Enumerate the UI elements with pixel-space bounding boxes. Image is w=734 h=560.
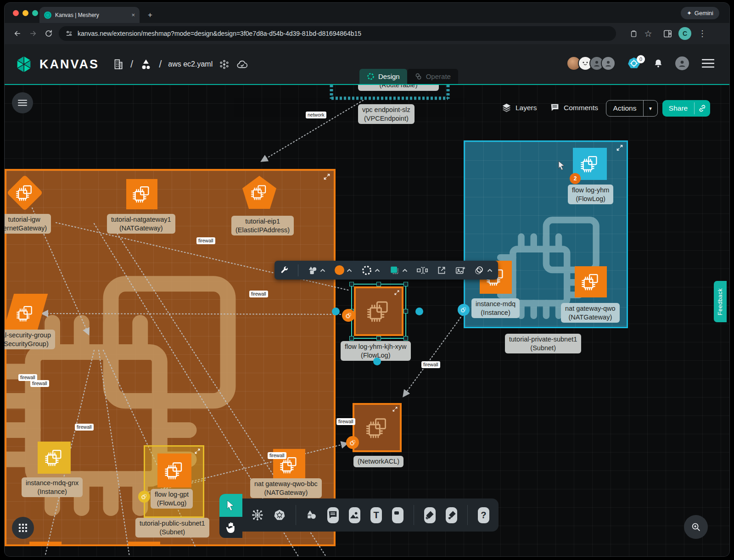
node-partial[interactable] [29,542,62,546]
workspace-icon[interactable] [140,58,152,71]
resize-handle[interactable] [349,282,354,286]
feedback-tab[interactable]: Feedback [714,281,727,322]
gemini-button[interactable]: ✦ Gemini [681,7,719,19]
save-icon[interactable] [628,28,639,39]
design-canvas[interactable]: (RouteTable) vpc endpoint-slz(VPCEndpoin… [5,85,729,556]
browser-menu-icon[interactable]: ⋮ [697,28,708,39]
rename-icon[interactable] [417,266,428,274]
browser-tab[interactable]: Kanvas | Meshery × [39,7,140,23]
private-subnet-badge[interactable] [458,304,470,316]
node-label-nat-gateway-qwo-bbc[interactable]: nat gateway-qwo-bbc(NATGateway) [250,478,322,498]
selected-node-badge[interactable] [342,309,355,322]
configure-wrench-icon[interactable] [280,266,289,274]
group-tool[interactable] [475,266,493,275]
node-label-instance-mdq-gnx[interactable]: instance-mdq-gnx(Instance) [22,477,83,497]
node-label-network-acl[interactable]: (NetworkACL) [353,456,403,467]
add-image-icon[interactable] [455,266,465,275]
design-file-name[interactable]: aws ec2.yaml [168,60,213,68]
flow-log-gpt-badge[interactable] [138,491,150,503]
address-bar[interactable]: kanvas.new/extension/meshmap?mode=design… [59,26,616,41]
border-style-tool[interactable] [361,265,380,276]
node-instance-mdq-gnx[interactable] [38,442,71,474]
collapse-node-icon[interactable] [195,448,200,454]
zoom-search-button[interactable] [684,515,708,539]
node-security-group[interactable] [8,294,42,333]
collaborator-avatar[interactable] [601,56,616,71]
node-label-private-subnet[interactable]: tutorial-private-subnet1(Subnet) [505,334,581,353]
connection-dot[interactable] [415,308,423,315]
comment-tool-icon[interactable] [327,507,339,523]
resize-handle[interactable] [403,282,408,286]
minimize-window-button[interactable] [22,10,28,16]
resize-handle[interactable] [403,336,408,341]
kubernetes-icon[interactable] [274,507,286,523]
resize-handle[interactable] [376,336,381,341]
close-window-button[interactable] [13,10,19,16]
bookmark-star-icon[interactable]: ☆ [643,28,654,39]
bell-icon[interactable] [653,58,663,69]
node-label-flow-log-yhm[interactable]: flow log-yhm(FlowLog) [568,185,613,204]
rectangle-tool-icon[interactable] [392,507,403,523]
node-partial[interactable] [128,542,160,546]
forward-icon[interactable] [28,28,39,39]
widgets-grid-button[interactable] [12,517,34,539]
color-picker-tool[interactable] [335,265,352,275]
provider-badge[interactable]: 0 [628,57,640,70]
help-button[interactable]: ? [478,507,489,523]
reload-icon[interactable] [43,28,54,39]
canvas-menu-button[interactable] [12,92,33,113]
header-menu-icon[interactable] [702,59,714,68]
actions-button[interactable]: Actions ▼ [606,100,658,117]
node-internet-gateway[interactable] [10,178,39,207]
resize-handle[interactable] [349,336,354,341]
resize-handle[interactable] [403,309,408,314]
text-tool-icon[interactable]: T [370,507,382,523]
node-label-natgateway1[interactable]: tutorial-natgateway1(NATGateway) [107,214,175,234]
select-tool[interactable] [219,494,242,517]
node-label-nat-gateway-qwo[interactable]: nat gateway-qwo(NATGateway) [561,303,620,323]
tab-close-icon[interactable]: × [131,11,135,18]
zoom-window-button[interactable] [32,10,38,16]
connection-dot[interactable] [373,358,381,365]
node-flow-log-gpt[interactable] [157,454,191,487]
actions-caret-icon[interactable]: ▼ [644,106,657,111]
mesh-components-icon[interactable] [252,507,263,523]
collapse-node-icon[interactable] [616,145,623,151]
tab-operate[interactable]: Operate [407,69,458,84]
node-label-eip1[interactable]: tutorial-eip1(ElasticIPAddress) [231,216,294,235]
organization-icon[interactable] [112,58,124,70]
share-button[interactable]: Share [662,100,710,117]
edge-pen-tool-icon[interactable] [424,507,436,523]
node-nat-gateway-qwo[interactable] [575,266,607,297]
connection-dot[interactable] [332,308,340,315]
open-in-new-icon[interactable] [437,266,446,275]
tab-design[interactable]: Design [359,69,407,84]
node-label-security-group[interactable]: al-security-groupSecurityGroup) [5,330,55,349]
node-label-routetable[interactable]: (RouteTable) [358,85,439,91]
node-natgateway1[interactable] [126,179,157,209]
back-icon[interactable] [12,28,23,39]
freehand-tool-icon[interactable] [446,507,457,523]
collapse-node-icon[interactable] [324,174,330,180]
side-panel-icon[interactable] [662,28,673,39]
network-acl-badge[interactable] [346,436,359,449]
node-label-instance-mdq[interactable]: instance-mdq(Instance) [471,298,520,318]
mesh-sync-icon[interactable] [219,59,230,70]
node-eip1[interactable] [242,176,276,209]
layers-button[interactable]: Layers [502,103,537,112]
node-label-vpc-endpoint[interactable]: vpc endpoint-slz(VPCEndpoint) [358,104,415,124]
node-network-acl[interactable] [353,403,402,452]
browser-profile-avatar[interactable]: C [678,27,691,40]
resize-handle[interactable] [376,282,381,286]
node-flow-log-selected[interactable] [351,284,406,339]
shapes-tool-icon[interactable] [306,508,317,522]
user-avatar[interactable] [674,56,690,71]
shapes-tool[interactable] [308,266,325,275]
node-label-flow-log-gpt[interactable]: flow log-gpt(FlowLog) [151,489,193,509]
node-label-igw[interactable]: tutorial-igwternetGateway) [5,214,51,234]
media-tool-icon[interactable] [349,507,360,523]
share-link-icon[interactable] [695,104,710,112]
pan-tool[interactable] [219,517,242,538]
fill-style-tool[interactable] [389,265,408,275]
comments-button[interactable]: Comments [550,103,598,112]
